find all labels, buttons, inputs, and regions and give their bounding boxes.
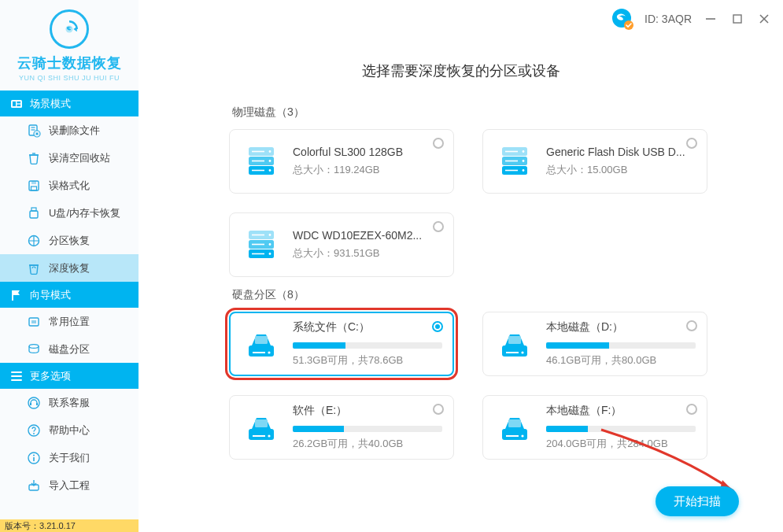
logo-block: 云骑士数据恢复 YUN QI SHI SHU JU HUI FU [0,0,139,91]
brand-name: 云骑士数据恢复 [17,54,122,72]
sidebar-item[interactable]: 联系客服 [0,389,139,416]
main-panel: ID: 3AQR 选择需要深度恢复的分区或设备 物理磁盘（3）Colorful … [139,0,783,532]
physical-disk-card[interactable]: WDC WD10EZEX-60M2...总大小：931.51GB [229,212,454,277]
sidebar-section-header[interactable]: 场景模式 [0,91,139,116]
sidebar-item-label: 导入工程 [49,478,90,493]
sidebar-item[interactable]: 误格式化 [0,172,139,199]
partition-card[interactable]: 本地磁盘（D:）46.1GB可用，共80.0GB [482,312,707,376]
select-radio[interactable] [432,321,443,332]
physical-disk-card[interactable]: Generic Flash Disk USB D...总大小：15.00GB [482,129,707,194]
sidebar-section-title: 更多选项 [30,369,71,383]
version-label: 版本号：3.21.0.17 [0,519,139,532]
select-radio[interactable] [433,404,444,415]
headset-icon [27,396,41,410]
group-title: 物理磁盘（3） [232,105,736,120]
sidebar-section-title: 向导模式 [30,288,71,302]
card-name: 本地磁盘（D:） [546,320,696,334]
brand-sub: YUN QI SHI SHU JU HUI FU [19,74,120,82]
card-name: 本地磁盘（F:） [546,404,696,418]
card-text: 软件（E:）26.2GB可用，共40.0GB [293,404,442,451]
sidebar-item-label: 常用位置 [49,315,90,329]
card-text: Generic Flash Disk USB D...总大小：15.00GB [546,146,696,177]
partition-card[interactable]: 软件（E:）26.2GB可用，共40.0GB [229,395,454,460]
drive-stack-icon [244,229,279,260]
svg-rect-6 [733,15,741,23]
sidebar-item[interactable]: 磁盘分区 [0,335,139,363]
maximize-button[interactable] [729,11,745,27]
sidebar-item-label: 分区恢复 [49,234,90,248]
sidebar-item[interactable]: 导入工程 [0,471,139,499]
card-sub: 26.2GB可用，共40.0GB [293,437,442,451]
sidebar-item[interactable]: 误删除文件 [0,116,139,144]
trash-icon [27,151,41,165]
usage-bar [293,426,442,432]
card-text: WDC WD10EZEX-60M2...总大小：931.51GB [293,229,442,260]
close-button[interactable] [756,11,772,27]
select-radio[interactable] [686,404,697,415]
select-radio[interactable] [433,138,444,149]
card-sub: 总大小：15.00GB [546,163,696,177]
sidebar-item[interactable]: 关于我们 [0,444,139,471]
drive-icon [244,412,279,443]
card-text: 本地磁盘（D:）46.1GB可用，共80.0GB [546,320,696,368]
card-text: Colorful SL300 128GB总大小：119.24GB [293,146,442,177]
card-name: 系统文件（C:） [293,320,442,334]
partition-card[interactable]: 本地磁盘（F:）204.0GB可用，共284.0GB [482,395,707,460]
usage-bar [546,426,696,432]
drive-stack-icon [497,146,532,177]
app-root: 云骑士数据恢复 YUN QI SHI SHU JU HUI FU 场景模式误删除… [0,0,783,532]
help-icon [27,423,41,438]
content-scroll[interactable]: 物理磁盘（3）Colorful SL300 128GB总大小：119.24GBG… [139,94,783,532]
titlebar: ID: 3AQR [139,0,783,38]
deep-icon [27,261,41,275]
card-name: WDC WD10EZEX-60M2... [293,229,442,242]
app-badge-icon [611,8,633,30]
start-scan-button[interactable]: 开始扫描 [656,486,739,516]
card-text: 本地磁盘（F:）204.0GB可用，共284.0GB [546,404,696,451]
sidebar-item[interactable]: 分区恢复 [0,227,139,254]
sidebar-item-label: U盘/内存卡恢复 [49,206,120,220]
sidebar-section-header[interactable]: 向导模式 [0,282,139,308]
select-radio[interactable] [686,138,697,149]
card-grid: 系统文件（C:）51.3GB可用，共78.6GB本地磁盘（D:）46.1GB可用… [229,312,736,460]
partition-icon [27,234,41,248]
select-radio[interactable] [433,221,444,232]
card-grid: Colorful SL300 128GB总大小：119.24GBGeneric … [229,129,736,277]
file-x-icon [27,124,41,138]
sidebar-item[interactable]: 帮助中心 [0,416,139,444]
logo-icon [50,9,89,49]
card-name: 软件（E:） [293,404,442,418]
flag-icon [9,288,24,302]
sidebar-item[interactable]: 误清空回收站 [0,144,139,172]
hamburger-icon [9,369,24,383]
account-id: ID: 3AQR [644,13,692,25]
usage-bar [546,342,696,349]
card-sub: 总大小：119.24GB [293,163,442,177]
import-icon [27,478,41,493]
minimize-button[interactable] [703,11,718,27]
sidebar-section-header[interactable]: 更多选项 [0,363,139,389]
card-sub: 总大小：931.51GB [293,246,442,260]
partition-card[interactable]: 系统文件（C:）51.3GB可用，共78.6GB [229,312,454,376]
card-text: 系统文件（C:）51.3GB可用，共78.6GB [293,320,442,368]
sidebar-item-label: 误清空回收站 [49,151,110,165]
sidebar-item-label: 误格式化 [49,179,90,193]
sidebar-section-title: 场景模式 [30,97,71,111]
save-icon [27,179,41,193]
card-sub: 46.1GB可用，共80.0GB [546,353,696,368]
sidebar-item[interactable]: U盘/内存卡恢复 [0,199,139,227]
select-radio[interactable] [686,320,697,331]
drive-icon [497,412,532,443]
physical-disk-card[interactable]: Colorful SL300 128GB总大小：119.24GB [229,129,454,194]
sidebar-item[interactable]: 深度恢复 [0,254,139,282]
pin-icon [27,315,41,329]
usb-icon [27,206,41,220]
card-name: Generic Flash Disk USB D... [546,146,696,158]
page-title: 选择需要深度恢复的分区或设备 [139,61,783,80]
scene-icon [9,97,24,111]
usage-bar [293,342,442,349]
sidebar-item-label: 磁盘分区 [49,342,90,357]
sidebar-item[interactable]: 常用位置 [0,308,139,335]
sidebar-item-label: 误删除文件 [49,124,100,138]
card-name: Colorful SL300 128GB [293,146,442,158]
